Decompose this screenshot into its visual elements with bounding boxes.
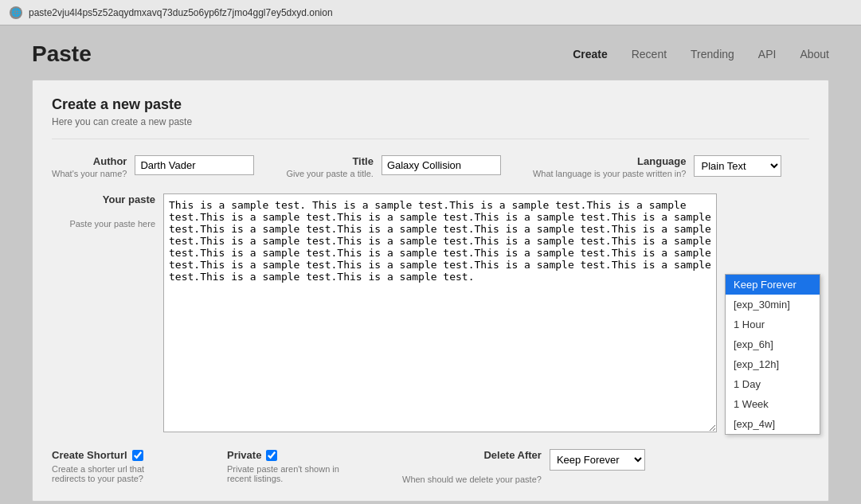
- title-input[interactable]: [382, 155, 501, 175]
- dropdown-item-1day[interactable]: 1 Day: [726, 374, 820, 394]
- card-title: Create a new paste: [52, 96, 809, 113]
- author-label-block: Author What's your name?: [52, 155, 127, 179]
- delete-field: Delete After When should we delete your …: [402, 449, 645, 485]
- author-label: Author: [52, 155, 127, 167]
- browser-bar: 🌐 paste2vju4l4ps5z52aqydmxavq73duz5o6yp6…: [0, 0, 861, 25]
- shorturl-label: Create Shorturl: [52, 449, 127, 461]
- site-logo: Paste: [32, 41, 92, 67]
- shorturl-field: Create Shorturl Create a shorter url tha…: [52, 449, 179, 483]
- form-row-top: Author What's your name? Title Give your…: [52, 155, 809, 179]
- private-field: Private Private paste aren't shown in re…: [227, 449, 354, 483]
- paste-hint: Paste your paste here: [69, 219, 155, 229]
- bottom-row: Create Shorturl Create a shorter url tha…: [52, 449, 809, 485]
- nav-about[interactable]: About: [800, 48, 829, 61]
- delete-label-block: Delete After When should we delete your …: [402, 449, 542, 485]
- delete-select-row: Keep Forever [exp_30min] 1 Hour [exp_6h]…: [550, 449, 645, 471]
- shorturl-checkbox[interactable]: [132, 450, 143, 461]
- dropdown-item-exp12h[interactable]: [exp_12h]: [726, 354, 820, 374]
- card-subtitle: Here you can create a new paste: [52, 116, 809, 139]
- nav-api[interactable]: API: [758, 48, 777, 61]
- dropdown-item-exp30min[interactable]: [exp_30min]: [726, 295, 820, 315]
- site-header: Paste Create Recent Trending API About: [32, 41, 829, 67]
- private-checkbox[interactable]: [266, 450, 277, 461]
- nav-recent[interactable]: Recent: [632, 48, 667, 61]
- dropdown-item-keep-forever[interactable]: Keep Forever: [726, 275, 820, 295]
- paste-label: Your paste: [52, 193, 155, 205]
- paste-textarea[interactable]: This is a sample test. This is a sample …: [163, 193, 717, 432]
- language-label-block: Language What language is your paste wri…: [533, 155, 687, 179]
- nav-trending[interactable]: Trending: [691, 48, 734, 61]
- private-hint: Private paste aren't shown in recent lis…: [227, 464, 354, 483]
- language-hint: What language is your paste written in?: [533, 169, 687, 178]
- shorturl-hint: Create a shorter url that redirects to y…: [52, 464, 179, 483]
- dropdown-item-exp6h[interactable]: [exp_6h]: [726, 334, 820, 354]
- title-label: Title: [286, 155, 373, 167]
- delete-label: Delete After: [402, 449, 542, 461]
- delete-hint: When should we delete your paste?: [402, 475, 542, 484]
- title-field: Title Give your paste a title.: [286, 155, 500, 179]
- author-field: Author What's your name?: [52, 155, 254, 179]
- language-select[interactable]: Plain Text: [694, 155, 781, 177]
- expiry-dropdown: Keep Forever [exp_30min] 1 Hour [exp_6h]…: [725, 274, 820, 435]
- site-nav: Create Recent Trending API About: [573, 48, 829, 61]
- private-checkbox-row: Private: [227, 449, 277, 461]
- delete-select[interactable]: Keep Forever [exp_30min] 1 Hour [exp_6h]…: [550, 449, 645, 471]
- paste-row: Your paste Paste your paste here This is…: [52, 193, 809, 435]
- main-card: Create a new paste Here you can create a…: [32, 80, 829, 502]
- title-label-block: Title Give your paste a title.: [286, 155, 373, 179]
- author-input[interactable]: [135, 155, 254, 175]
- paste-and-dropdown: This is a sample test. This is a sample …: [163, 193, 717, 435]
- shorturl-checkbox-row: Create Shorturl: [52, 449, 143, 461]
- dropdown-item-1week[interactable]: 1 Week: [726, 394, 820, 414]
- dropdown-item-exp4w[interactable]: [exp_4w]: [726, 414, 820, 434]
- title-hint: Give your paste a title.: [286, 169, 373, 178]
- nav-create[interactable]: Create: [573, 48, 608, 61]
- private-label: Private: [227, 449, 261, 461]
- language-label: Language: [533, 155, 687, 167]
- browser-url: paste2vju4l4ps5z52aqydmxavq73duz5o6yp6fz…: [29, 7, 333, 18]
- language-field: Language What language is your paste wri…: [533, 155, 782, 179]
- dropdown-item-1hour[interactable]: 1 Hour: [726, 315, 820, 334]
- author-hint: What's your name?: [52, 169, 127, 178]
- browser-icon: 🌐: [10, 6, 22, 19]
- page-wrapper: Paste Create Recent Trending API About C…: [0, 25, 861, 504]
- paste-label-block: Your paste Paste your paste here: [52, 193, 155, 229]
